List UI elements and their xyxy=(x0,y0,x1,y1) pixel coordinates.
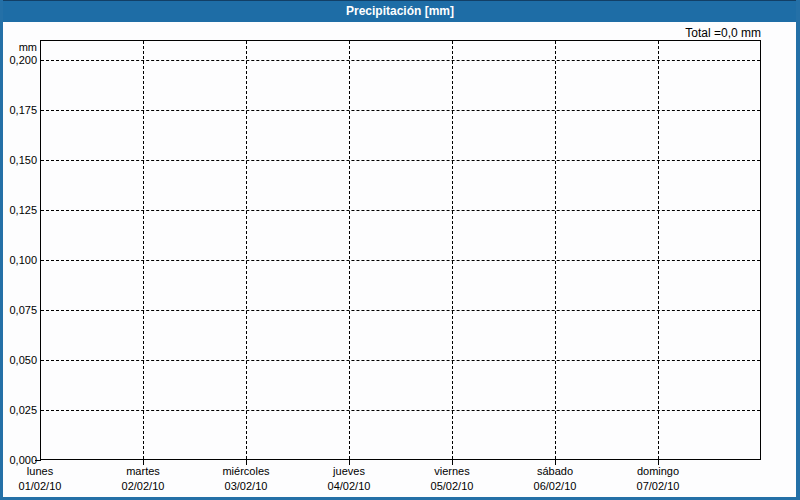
plot-area xyxy=(40,40,761,460)
x-axis-category-label: lunes01/02/10 xyxy=(0,464,95,494)
y-axis-unit-label: mm xyxy=(0,41,37,53)
horizontal-gridline xyxy=(41,360,760,361)
y-axis-tick-label: 0,175 xyxy=(0,104,37,116)
total-annotation: Total =0,0 mm xyxy=(0,26,761,40)
x-axis-date: 04/02/10 xyxy=(294,479,404,494)
x-axis-date: 03/02/10 xyxy=(191,479,301,494)
window-frame-right xyxy=(796,0,800,500)
x-axis-category-label: domingo07/02/10 xyxy=(603,464,713,494)
x-axis-date: 07/02/10 xyxy=(603,479,713,494)
x-axis-category-label: viernes05/02/10 xyxy=(397,464,507,494)
vertical-gridline xyxy=(246,41,247,459)
x-axis-category-label: jueves04/02/10 xyxy=(294,464,404,494)
window-frame-left xyxy=(0,0,3,500)
horizontal-gridline xyxy=(41,260,760,261)
vertical-gridline xyxy=(349,41,350,459)
y-axis-tick-label: 0,050 xyxy=(0,354,37,366)
y-axis-tick-label: 0,025 xyxy=(0,404,37,416)
x-axis-day-name: viernes xyxy=(397,464,507,479)
y-axis-tick-label: 0,150 xyxy=(0,154,37,166)
x-axis-date: 02/02/10 xyxy=(88,479,198,494)
horizontal-gridline xyxy=(41,310,760,311)
vertical-gridline xyxy=(143,41,144,459)
horizontal-gridline xyxy=(41,60,760,61)
x-axis-category-label: martes02/02/10 xyxy=(88,464,198,494)
x-axis-date: 05/02/10 xyxy=(397,479,507,494)
vertical-gridline xyxy=(658,41,659,459)
precipitation-chart-window: Precipitación [mm] Total =0,0 mm mm 0,20… xyxy=(0,0,800,500)
x-axis-day-name: jueves xyxy=(294,464,404,479)
x-axis-day-name: domingo xyxy=(603,464,713,479)
x-axis-category-label: miércoles03/02/10 xyxy=(191,464,301,494)
x-axis-day-name: martes xyxy=(88,464,198,479)
horizontal-gridline xyxy=(41,410,760,411)
horizontal-gridline xyxy=(41,110,760,111)
x-axis-date: 06/02/10 xyxy=(500,479,610,494)
chart-title-bar: Precipitación [mm] xyxy=(0,0,800,22)
x-axis-day-name: miércoles xyxy=(191,464,301,479)
y-axis-zero-tick xyxy=(35,460,41,461)
y-axis-tick-label: 0,125 xyxy=(0,204,37,216)
x-axis-day-name: sábado xyxy=(500,464,610,479)
vertical-gridline xyxy=(555,41,556,459)
y-axis-tick-label: 0,075 xyxy=(0,304,37,316)
vertical-gridline xyxy=(452,41,453,459)
y-axis-tick-label: 0,100 xyxy=(0,254,37,266)
x-axis-date: 01/02/10 xyxy=(0,479,95,494)
horizontal-gridline xyxy=(41,160,760,161)
x-axis-category-label: sábado06/02/10 xyxy=(500,464,610,494)
x-axis-day-name: lunes xyxy=(0,464,95,479)
y-axis-tick-label: 0,200 xyxy=(0,54,37,66)
horizontal-gridline xyxy=(41,210,760,211)
chart-title: Precipitación [mm] xyxy=(346,1,454,22)
